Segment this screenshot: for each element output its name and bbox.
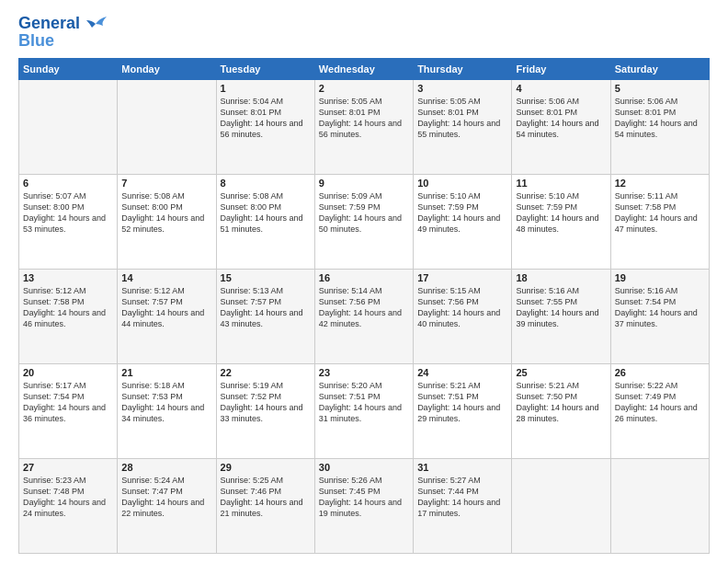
cell-details: Sunrise: 5:08 AM Sunset: 8:00 PM Dayligh… [221,190,311,236]
day-number: 21 [121,367,211,378]
cell-details: Sunrise: 5:05 AM Sunset: 8:01 PM Dayligh… [319,96,409,141]
cell-details: Sunrise: 5:10 AM Sunset: 7:59 PM Dayligh… [516,190,606,236]
calendar-cell: 4 Sunrise: 5:06 AM Sunset: 8:01 PM Dayli… [512,79,610,174]
daylight-text: Daylight: 14 hours and 51 minutes. [221,213,311,235]
cell-details: Sunrise: 5:12 AM Sunset: 7:57 PM Dayligh… [121,285,211,330]
weekday-header-wednesday: Wednesday [314,58,413,79]
calendar-cell: 7 Sunrise: 5:08 AM Sunset: 8:00 PM Dayli… [118,174,216,269]
day-number: 5 [615,83,705,94]
daylight-text: Daylight: 14 hours and 19 minutes. [319,497,409,519]
daylight-text: Daylight: 14 hours and 22 minutes. [121,497,211,519]
daylight-text: Daylight: 14 hours and 56 minutes. [221,118,311,140]
day-number: 28 [121,462,211,473]
calendar-cell [610,458,709,553]
sunset-text: Sunset: 8:01 PM [221,107,311,118]
daylight-text: Daylight: 14 hours and 36 minutes. [23,402,113,424]
calendar-cell: 20 Sunrise: 5:17 AM Sunset: 7:54 PM Dayl… [19,363,118,458]
calendar-cell: 10 Sunrise: 5:10 AM Sunset: 7:59 PM Dayl… [414,174,512,269]
calendar-cell: 17 Sunrise: 5:15 AM Sunset: 7:56 PM Dayl… [414,269,512,363]
calendar-cell: 19 Sunrise: 5:16 AM Sunset: 7:54 PM Dayl… [610,269,709,363]
sunset-text: Sunset: 7:48 PM [23,486,113,497]
cell-details: Sunrise: 5:23 AM Sunset: 7:48 PM Dayligh… [23,475,113,520]
daylight-text: Daylight: 14 hours and 46 minutes. [23,307,113,329]
sunrise-text: Sunrise: 5:10 AM [516,190,606,201]
calendar-cell: 30 Sunrise: 5:26 AM Sunset: 7:45 PM Dayl… [314,458,413,553]
daylight-text: Daylight: 14 hours and 33 minutes. [221,402,311,424]
sunrise-text: Sunrise: 5:18 AM [121,380,211,391]
day-number: 22 [221,367,311,378]
daylight-text: Daylight: 14 hours and 52 minutes. [121,213,211,235]
day-number: 31 [417,462,507,473]
daylight-text: Daylight: 14 hours and 28 minutes. [516,402,606,424]
cell-details: Sunrise: 5:24 AM Sunset: 7:47 PM Dayligh… [121,475,211,520]
cell-details: Sunrise: 5:20 AM Sunset: 7:51 PM Dayligh… [319,380,409,425]
daylight-text: Daylight: 14 hours and 54 minutes. [615,118,705,140]
cell-details: Sunrise: 5:17 AM Sunset: 7:54 PM Dayligh… [23,380,113,425]
sunset-text: Sunset: 8:00 PM [121,201,211,213]
calendar-cell: 1 Sunrise: 5:04 AM Sunset: 8:01 PM Dayli… [216,79,314,174]
sunset-text: Sunset: 7:51 PM [417,391,507,402]
daylight-text: Daylight: 14 hours and 29 minutes. [417,402,507,424]
day-number: 8 [221,178,311,189]
daylight-text: Daylight: 14 hours and 40 minutes. [417,307,507,329]
sunset-text: Sunset: 7:54 PM [615,296,705,307]
cell-details: Sunrise: 5:15 AM Sunset: 7:56 PM Dayligh… [417,285,507,330]
cell-details: Sunrise: 5:08 AM Sunset: 8:00 PM Dayligh… [121,190,211,236]
day-number: 14 [121,272,211,283]
daylight-text: Daylight: 14 hours and 53 minutes. [23,213,113,235]
logo: General Blue [18,15,107,51]
sunrise-text: Sunrise: 5:11 AM [615,190,705,201]
sunset-text: Sunset: 8:00 PM [221,201,311,213]
cell-details: Sunrise: 5:27 AM Sunset: 7:44 PM Dayligh… [417,475,507,520]
calendar-cell [512,458,610,553]
cell-details: Sunrise: 5:21 AM Sunset: 7:51 PM Dayligh… [417,380,507,425]
calendar-cell [19,79,118,174]
sunrise-text: Sunrise: 5:22 AM [615,380,705,391]
calendar-week-1: 1 Sunrise: 5:04 AM Sunset: 8:01 PM Dayli… [19,79,710,174]
day-number: 7 [121,178,211,189]
sunset-text: Sunset: 7:58 PM [615,201,705,213]
calendar-cell: 26 Sunrise: 5:22 AM Sunset: 7:49 PM Dayl… [610,363,709,458]
sunrise-text: Sunrise: 5:24 AM [121,475,211,486]
cell-details: Sunrise: 5:21 AM Sunset: 7:50 PM Dayligh… [516,380,606,425]
calendar-cell: 9 Sunrise: 5:09 AM Sunset: 7:59 PM Dayli… [314,174,413,269]
calendar-week-5: 27 Sunrise: 5:23 AM Sunset: 7:48 PM Dayl… [19,458,710,553]
day-number: 26 [615,367,705,378]
calendar-page: General Blue SundayMondayTuesdayWednesda… [0,0,728,563]
day-number: 15 [221,272,311,283]
calendar-week-3: 13 Sunrise: 5:12 AM Sunset: 7:58 PM Dayl… [19,269,710,363]
calendar-cell: 8 Sunrise: 5:08 AM Sunset: 8:00 PM Dayli… [216,174,314,269]
weekday-header-tuesday: Tuesday [216,58,314,79]
weekday-header-sunday: Sunday [19,58,118,79]
daylight-text: Daylight: 14 hours and 54 minutes. [516,118,606,140]
sunset-text: Sunset: 7:57 PM [221,296,311,307]
cell-details: Sunrise: 5:19 AM Sunset: 7:52 PM Dayligh… [221,380,311,425]
day-number: 23 [319,367,409,378]
cell-details: Sunrise: 5:12 AM Sunset: 7:58 PM Dayligh… [23,285,113,330]
calendar-cell: 15 Sunrise: 5:13 AM Sunset: 7:57 PM Dayl… [216,269,314,363]
cell-details: Sunrise: 5:16 AM Sunset: 7:55 PM Dayligh… [516,285,606,330]
sunset-text: Sunset: 7:46 PM [221,486,311,497]
calendar-cell: 16 Sunrise: 5:14 AM Sunset: 7:56 PM Dayl… [314,269,413,363]
weekday-header-row: SundayMondayTuesdayWednesdayThursdayFrid… [19,58,710,79]
calendar-cell: 13 Sunrise: 5:12 AM Sunset: 7:58 PM Dayl… [19,269,118,363]
sunrise-text: Sunrise: 5:21 AM [516,380,606,391]
sunset-text: Sunset: 7:56 PM [319,296,409,307]
cell-details: Sunrise: 5:25 AM Sunset: 7:46 PM Dayligh… [221,475,311,520]
cell-details: Sunrise: 5:04 AM Sunset: 8:01 PM Dayligh… [221,96,311,141]
cell-details: Sunrise: 5:16 AM Sunset: 7:54 PM Dayligh… [615,285,705,330]
daylight-text: Daylight: 14 hours and 48 minutes. [516,213,606,235]
calendar-cell: 24 Sunrise: 5:21 AM Sunset: 7:51 PM Dayl… [414,363,512,458]
calendar-cell: 3 Sunrise: 5:05 AM Sunset: 8:01 PM Dayli… [414,79,512,174]
day-number: 25 [516,367,606,378]
cell-details: Sunrise: 5:10 AM Sunset: 7:59 PM Dayligh… [417,190,507,236]
day-number: 13 [23,272,113,283]
calendar-cell: 31 Sunrise: 5:27 AM Sunset: 7:44 PM Dayl… [414,458,512,553]
sunset-text: Sunset: 7:55 PM [516,296,606,307]
sunset-text: Sunset: 7:54 PM [23,391,113,402]
cell-details: Sunrise: 5:13 AM Sunset: 7:57 PM Dayligh… [221,285,311,330]
daylight-text: Daylight: 14 hours and 31 minutes. [319,402,409,424]
sunrise-text: Sunrise: 5:16 AM [516,285,606,296]
day-number: 19 [615,272,705,283]
day-number: 29 [221,462,311,473]
